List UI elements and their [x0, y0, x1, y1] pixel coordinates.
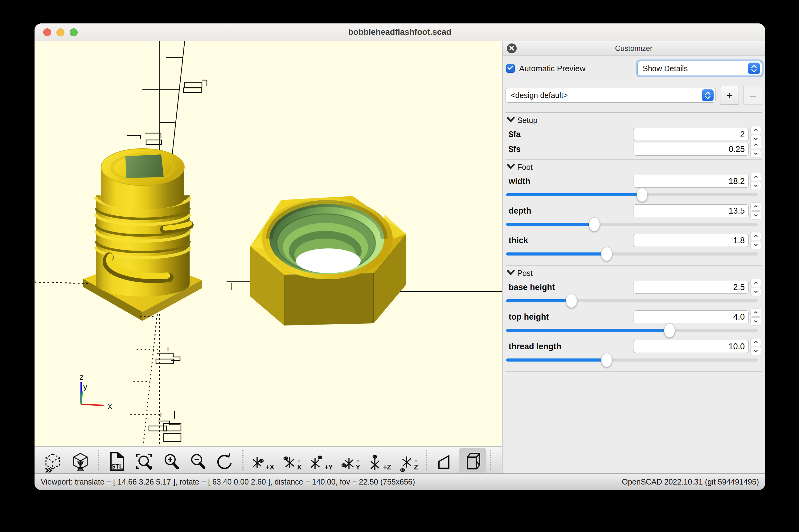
spin-down-button[interactable] — [750, 150, 761, 158]
thread-length-input[interactable] — [633, 340, 749, 353]
spin-up-button[interactable] — [750, 173, 761, 181]
slider-thumb[interactable] — [664, 323, 675, 338]
view-minus-z-icon — [400, 455, 413, 473]
fa-input[interactable] — [633, 128, 749, 141]
thick-spinner — [750, 232, 761, 249]
axis-button-label: +Z — [383, 464, 391, 473]
traffic-lights — [43, 28, 78, 36]
zoom-out-icon — [189, 452, 207, 473]
thick-input[interactable] — [633, 234, 749, 247]
slider-fill — [506, 329, 669, 332]
base-height-input[interactable] — [633, 281, 749, 294]
slider-thumb[interactable] — [566, 294, 577, 308]
top-height-slider[interactable] — [506, 324, 758, 337]
orthogonal-icon — [463, 451, 482, 473]
axis-button-label: -X — [297, 457, 302, 473]
automatic-preview-checkbox[interactable] — [506, 64, 515, 73]
y-axis-label: y — [83, 382, 87, 392]
reset-view-button[interactable] — [211, 448, 239, 473]
spin-up-button[interactable] — [750, 203, 761, 210]
reset-view-icon — [215, 452, 234, 473]
section-setup-header[interactable]: Setup — [506, 113, 762, 127]
toolbar-separator — [242, 450, 244, 470]
section-foot: Foot width — [506, 160, 762, 266]
fs-spinner — [750, 141, 761, 158]
3d-viewport[interactable]: z y x — [35, 41, 502, 446]
threaded-foot-model — [96, 149, 190, 297]
view-minus-x-button[interactable]: -X — [279, 448, 306, 473]
thread-length-slider[interactable] — [506, 354, 758, 366]
view-plus-z-button[interactable]: +Z — [364, 448, 395, 473]
axis-button-label: -Z — [414, 457, 418, 473]
top-height-input[interactable] — [633, 310, 749, 323]
orthogonal-view-button[interactable] — [459, 448, 487, 473]
spin-up-button[interactable] — [750, 279, 761, 287]
thick-slider[interactable] — [506, 248, 758, 260]
perspective-view-button[interactable] — [431, 448, 459, 473]
section-post: Post base height — [506, 266, 762, 372]
view-plus-x-button[interactable]: +X — [247, 448, 279, 473]
chevron-down-icon — [506, 117, 517, 124]
slider-thumb[interactable] — [636, 188, 648, 202]
remove-preset-button[interactable]: – — [743, 86, 762, 105]
preview-button[interactable] — [39, 448, 66, 473]
param-row-top-height: top height — [506, 309, 762, 324]
slider-fill — [506, 359, 607, 362]
details-select[interactable]: Show Details — [638, 61, 762, 76]
details-select-value: Show Details — [643, 64, 688, 73]
width-input[interactable] — [633, 175, 749, 188]
preview-icon — [43, 452, 62, 473]
thread-length-spinner — [750, 338, 761, 355]
z-axis-label: z — [79, 372, 83, 382]
view-minus-y-button[interactable]: -Y — [337, 448, 365, 473]
add-preset-button[interactable]: + — [720, 86, 739, 105]
param-row-base-height: base height — [506, 280, 762, 294]
minimize-window-button[interactable] — [56, 28, 64, 36]
section-foot-header[interactable]: Foot — [506, 160, 762, 174]
width-slider[interactable] — [506, 189, 758, 201]
openscad-window: bobbleheadflashfoot.scad — [35, 23, 765, 490]
param-row-thick: thick — [506, 233, 762, 248]
toolbar-separator — [426, 450, 427, 470]
titlebar: bobbleheadflashfoot.scad — [35, 23, 765, 41]
view-minus-x-icon — [283, 455, 297, 473]
close-customizer-button[interactable] — [507, 43, 517, 53]
spin-up-button[interactable] — [750, 141, 761, 149]
automatic-preview-label: Automatic Preview — [519, 64, 585, 73]
fs-input[interactable] — [633, 143, 749, 156]
view-minus-z-button[interactable]: -Z — [396, 448, 422, 473]
close-icon — [509, 45, 514, 52]
export-stl-button[interactable]: STL — [103, 448, 130, 473]
status-bar: Viewport: translate = [ 14.66 3.26 5.17 … — [35, 473, 765, 490]
zoom-in-button[interactable] — [158, 448, 184, 473]
zoom-all-icon — [134, 452, 153, 473]
spin-up-button[interactable] — [750, 126, 761, 134]
depth-input[interactable] — [633, 204, 749, 217]
toolbar-separator — [98, 450, 99, 470]
view-plus-y-button[interactable]: +Y — [306, 448, 337, 473]
zoom-window-button[interactable] — [70, 28, 78, 36]
base-height-spinner — [750, 279, 761, 296]
close-window-button[interactable] — [43, 28, 51, 36]
spin-up-button[interactable] — [750, 232, 761, 240]
section-post-header[interactable]: Post — [506, 266, 762, 280]
spin-up-button[interactable] — [750, 338, 761, 346]
viewport-toolbar: STL — [35, 446, 502, 473]
x-axis-label: x — [108, 401, 112, 411]
base-height-slider[interactable] — [506, 294, 758, 307]
customizer-body: Automatic Preview Show Details <design d… — [502, 56, 765, 473]
customizer-header: Customizer — [502, 41, 765, 56]
slider-thumb[interactable] — [601, 247, 612, 261]
zoom-all-button[interactable] — [130, 448, 158, 473]
depth-slider[interactable] — [506, 218, 758, 231]
render-button[interactable] — [66, 448, 94, 473]
zoom-out-button[interactable] — [184, 448, 211, 473]
param-row-fa: $fa — [506, 127, 762, 142]
spin-up-button[interactable] — [750, 308, 761, 317]
axis-button-label: -Y — [356, 457, 360, 473]
preset-select[interactable]: <design default> — [506, 88, 716, 103]
slider-thumb[interactable] — [589, 217, 600, 231]
width-spinner — [750, 173, 761, 190]
slider-fill — [506, 193, 642, 196]
slider-thumb[interactable] — [601, 353, 612, 367]
